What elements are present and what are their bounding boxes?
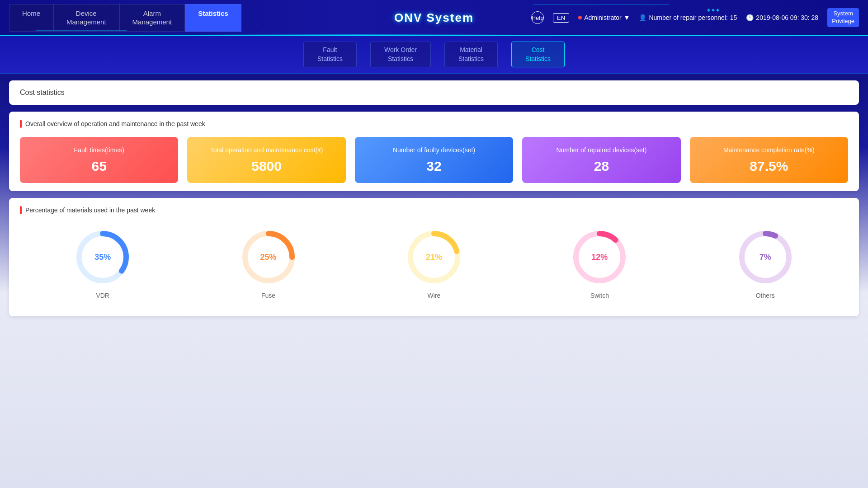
section-indicator: [20, 120, 22, 128]
donut-label-switch: Switch: [590, 292, 609, 299]
admin-label: Administrator: [584, 14, 621, 21]
donut-chart-wire: 21%: [405, 228, 463, 286]
datetime-info: 🕐 2019-08-06 09: 30: 28: [746, 14, 818, 21]
sub-nav: Fault Statistics Work Order Statistics M…: [0, 36, 868, 74]
nav-device-management[interactable]: Device Management: [53, 4, 119, 32]
main-content: Cost statistics Overall overview of oper…: [0, 74, 868, 323]
donut-chart-vdr: 35%: [73, 228, 132, 286]
materials-section-indicator: [20, 206, 22, 214]
donut-chart-switch: 12%: [570, 228, 629, 286]
materials-section: Percentage of materials used in the past…: [9, 198, 859, 316]
stat-card-value: 28: [594, 159, 609, 174]
stat-card-label: Maintenance completion rate(%): [723, 146, 815, 155]
nav-statistics[interactable]: Statistics: [185, 4, 241, 32]
header: Home Device Management Alarm Management …: [0, 0, 868, 36]
stat-card-value: 5800: [251, 159, 282, 174]
donut-percent-fuse: 25%: [260, 252, 277, 262]
stat-card-orange: Maintenance completion rate(%) 87.5%: [690, 137, 848, 183]
stat-card-purple: Number of repaired devices(set) 28: [522, 137, 680, 183]
admin-dropdown-icon[interactable]: ▼: [624, 14, 630, 21]
stat-card-label: Number of faulty devices(set): [393, 146, 475, 155]
person-icon: 👤: [639, 14, 646, 21]
donut-label-fuse: Fuse: [261, 292, 275, 299]
donut-percent-wire: 21%: [426, 252, 442, 262]
donut-chart-fuse: 25%: [239, 228, 298, 286]
repair-count: 15: [730, 14, 737, 21]
donut-percent-vdr: 35%: [94, 252, 111, 262]
sub-tab-cost-statistics[interactable]: Cost Statistics: [511, 42, 565, 67]
datetime-display: 2019-08-06 09: 30: 28: [756, 14, 818, 21]
overview-section: Overall overview of operation and mainte…: [9, 112, 859, 191]
donut-label-wire: Wire: [428, 292, 441, 299]
sub-tab-work-order-statistics[interactable]: Work Order Statistics: [370, 42, 431, 67]
stat-card-yellow: Total operation and maintenance cost(¥) …: [187, 137, 345, 183]
donut-item-wire: 21% Wire: [405, 228, 463, 299]
materials-header-text: Percentage of materials used in the past…: [25, 206, 155, 214]
sub-tab-fault-statistics[interactable]: Fault Statistics: [303, 42, 357, 67]
donut-item-vdr: 35% VDR: [73, 228, 132, 299]
donut-chart-others: 7%: [736, 228, 795, 286]
repair-label: Number of repair personnel:: [649, 14, 727, 21]
header-right: Help EN Administrator ▼ 👤 Number of repa…: [531, 8, 859, 27]
stat-card-blue: Number of faulty devices(set) 32: [355, 137, 513, 183]
language-button[interactable]: EN: [553, 13, 569, 23]
donut-percent-switch: 12%: [591, 252, 608, 262]
nav-home[interactable]: Home: [9, 4, 53, 32]
help-button[interactable]: Help: [531, 11, 544, 24]
stat-card-label: Number of repaired devices(set): [556, 146, 646, 155]
overview-header: Overall overview of operation and mainte…: [20, 120, 848, 128]
donut-item-others: 7% Others: [736, 228, 795, 299]
repair-personnel-info: 👤 Number of repair personnel: 15: [639, 14, 737, 21]
donut-label-vdr: VDR: [96, 292, 109, 299]
stat-card-label: Fault times(times): [74, 146, 124, 155]
page-title-card: Cost statistics: [9, 80, 859, 105]
donut-percent-others: 7%: [760, 252, 771, 262]
donut-item-fuse: 25% Fuse: [239, 228, 298, 299]
sub-tab-material-statistics[interactable]: Material Statistics: [444, 42, 498, 67]
donut-label-others: Others: [756, 292, 775, 299]
page-title: Cost statistics: [20, 89, 848, 97]
donut-item-switch: 12% Switch: [570, 228, 629, 299]
system-privilege-button[interactable]: System Privilege: [827, 8, 859, 27]
stat-card-red: Fault times(times) 65: [20, 137, 178, 183]
stat-card-label: Total operation and maintenance cost(¥): [210, 146, 323, 155]
admin-status-icon: [578, 16, 582, 19]
materials-header: Percentage of materials used in the past…: [20, 206, 848, 214]
stats-cards-container: Fault times(times) 65 Total operation an…: [20, 137, 848, 183]
stat-card-value: 87.5%: [750, 159, 788, 174]
stat-card-value: 65: [92, 159, 107, 174]
main-nav: Home Device Management Alarm Management …: [9, 4, 241, 32]
donut-charts-container: 35% VDR 25% Fuse: [20, 223, 848, 308]
admin-info: Administrator ▼: [578, 14, 630, 21]
nav-alarm-management[interactable]: Alarm Management: [119, 4, 185, 32]
stat-card-value: 32: [426, 159, 441, 174]
clock-icon: 🕐: [746, 14, 754, 21]
system-title: ONV System: [394, 11, 474, 25]
overview-header-text: Overall overview of operation and mainte…: [25, 120, 205, 127]
